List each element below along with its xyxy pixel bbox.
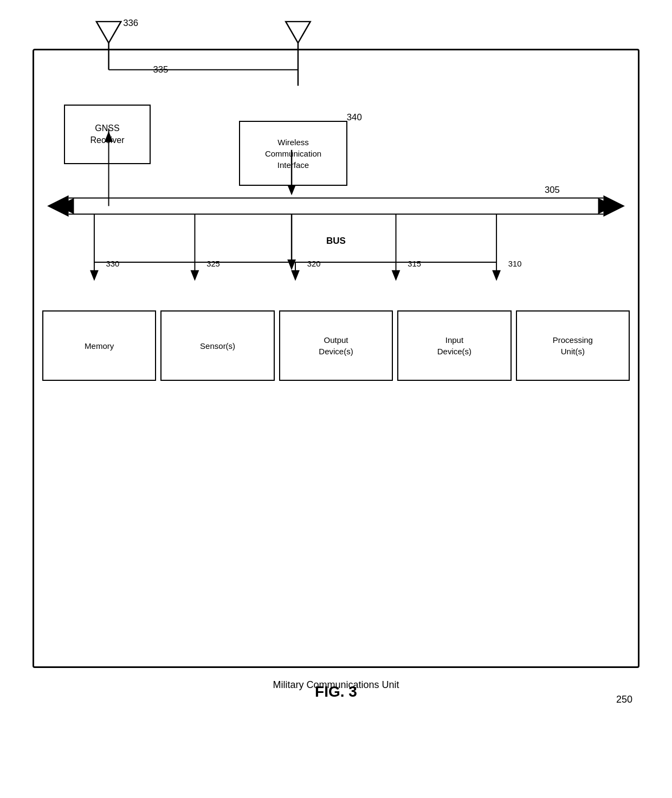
- fig-label: FIG. 3: [315, 683, 357, 700]
- wireless-box: Wireless Communication Interface: [239, 121, 347, 186]
- bus-label: BUS: [34, 236, 638, 246]
- processing-units-box: Processing Unit(s): [516, 310, 630, 381]
- sensors-box: Sensor(s): [160, 310, 274, 381]
- sensors-label: Sensor(s): [200, 341, 235, 351]
- memory-box: Memory: [42, 310, 156, 381]
- wireless-label: Wireless Communication Interface: [265, 137, 321, 171]
- memory-label: Memory: [85, 341, 114, 351]
- outer-box-number: 250: [616, 694, 632, 705]
- output-devices-label: Output Device(s): [319, 334, 353, 357]
- input-devices-label: Input Device(s): [437, 334, 471, 357]
- diagram-container: 336 335 340 305 330 325 320 315 310 GNSS…: [33, 16, 639, 711]
- svg-marker-2: [286, 22, 310, 43]
- outer-box: GNSS Receiver Wireless Communication Int…: [33, 49, 639, 668]
- input-devices-box: Input Device(s): [397, 310, 511, 381]
- svg-marker-0: [96, 22, 121, 43]
- gnss-label: GNSS Receiver: [90, 122, 124, 147]
- svg-text:336: 336: [123, 18, 138, 28]
- components-row: Memory Sensor(s) Output Device(s) Input …: [42, 310, 630, 381]
- processing-units-label: Processing Unit(s): [553, 334, 593, 357]
- gnss-box: GNSS Receiver: [64, 105, 151, 164]
- output-devices-box: Output Device(s): [279, 310, 393, 381]
